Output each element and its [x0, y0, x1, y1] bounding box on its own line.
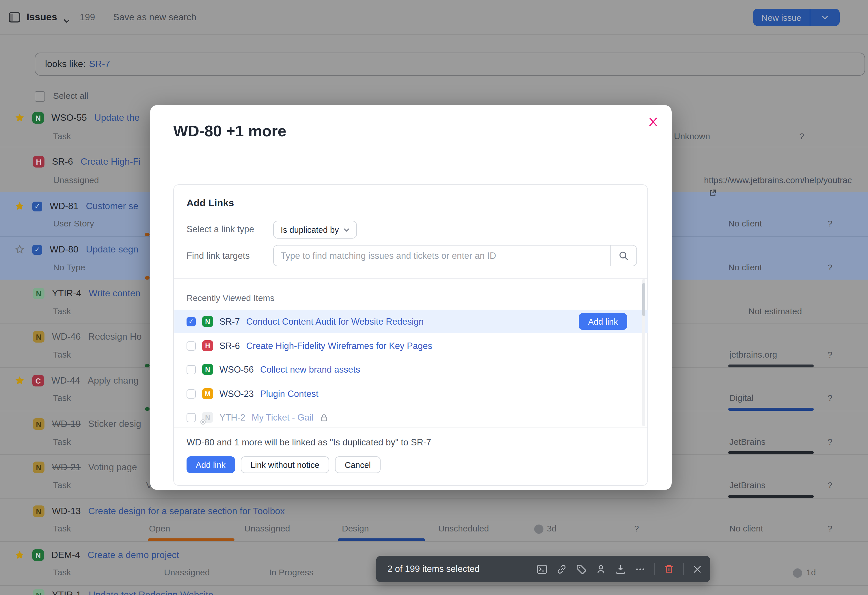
issue-row-selected[interactable]: ✓ WD-80 Update segn	[0, 243, 151, 257]
issue-id[interactable]: WD-46	[52, 332, 81, 342]
issue-row[interactable]: N WD-13 Create design for a separate sec…	[0, 504, 285, 518]
issue-row[interactable]: C WD-44 Apply chang	[0, 374, 151, 388]
sidebar-toggle-icon[interactable]	[9, 12, 20, 25]
issue-id[interactable]: YTIR-4	[52, 288, 81, 299]
link-target-row[interactable]: H SR-6 Create High-Fidelity Wireframes f…	[174, 334, 648, 357]
issue-title-link[interactable]: Create a demo project	[88, 550, 179, 560]
issue-title-link[interactable]: Create High-Fi	[81, 157, 141, 167]
issue-id[interactable]: WSO-55	[52, 113, 87, 123]
issue-row[interactable]: N WD-46 Redesign Ho	[0, 330, 151, 344]
issue-id[interactable]: WD-80	[50, 244, 78, 255]
star-icon[interactable]	[15, 550, 25, 560]
row-checkbox-checked[interactable]: ✓	[186, 317, 196, 326]
search-button[interactable]	[610, 245, 636, 266]
issue-row-selected[interactable]: ✓ WD-81 Customer se	[0, 199, 151, 213]
priority-badge: N	[33, 462, 44, 473]
link-icon[interactable]	[556, 564, 567, 574]
close-icon[interactable]	[647, 115, 661, 129]
issue-row[interactable]: N YTIR-4 Write conten	[0, 286, 151, 300]
issue-title-link[interactable]: Create design for a separate section for…	[89, 506, 285, 517]
link-target-row[interactable]: M WSO-23 Plugin Contest	[174, 382, 648, 406]
issue-schedule: Unscheduled	[438, 523, 489, 533]
issue-title-link[interactable]: Update segn	[86, 244, 138, 255]
issue-id[interactable]: WD-21	[52, 462, 81, 472]
link-target-row[interactable]: N YTH-2 My Ticket - Gail	[174, 406, 648, 429]
star-outline-icon[interactable]	[15, 244, 25, 255]
row-checkbox-checked[interactable]: ✓	[32, 201, 42, 211]
star-icon[interactable]	[15, 113, 25, 123]
issue-title-link[interactable]: My Ticket - Gail	[252, 412, 314, 422]
issue-id[interactable]: WD-19	[52, 419, 81, 429]
issue-title-link[interactable]: Plugin Contest	[260, 388, 319, 399]
issue-row[interactable]: N WD-19 Sticker desig	[0, 417, 151, 431]
issue-row[interactable]: N WSO-55 Update the	[0, 111, 151, 125]
issue-title-link[interactable]: Write conten	[89, 288, 140, 299]
row-checkbox-checked[interactable]: ✓	[32, 245, 42, 254]
row-divider	[0, 541, 868, 542]
link-target-row[interactable]: ✓ N SR-7 Conduct Content Audit for Websi…	[174, 310, 648, 333]
issue-title-link[interactable]: Create High-Fidelity Wireframes for Key …	[246, 341, 432, 351]
cancel-button[interactable]: Cancel	[335, 456, 381, 473]
issue-row[interactable]: N YTIR-1 Update text Redesign Website	[0, 588, 520, 595]
row-checkbox[interactable]	[186, 365, 196, 374]
add-link-button[interactable]: Add link	[186, 456, 235, 473]
issue-client: JetBrains	[729, 437, 766, 447]
find-link-targets-field	[273, 245, 637, 266]
link-type-dropdown[interactable]: Is duplicated by	[273, 221, 357, 239]
issue-row[interactable]: H SR-6 Create High-Fi	[0, 155, 151, 169]
download-icon[interactable]	[615, 564, 626, 574]
issue-row[interactable]: N DEM-4 Create a demo project	[0, 548, 179, 562]
issue-id[interactable]: SR-7	[220, 316, 240, 327]
page-title[interactable]: Issues	[27, 12, 57, 23]
issue-title-link[interactable]: Conduct Content Audit for Website Redesi…	[246, 316, 424, 327]
issue-title-link[interactable]: Apply chang	[88, 375, 139, 386]
scrollbar-thumb[interactable]	[642, 283, 645, 316]
row-checkbox[interactable]	[186, 413, 196, 422]
issue-title-link[interactable]: Update the	[94, 113, 140, 123]
search-input[interactable]: looks like: SR-7	[35, 53, 865, 76]
find-link-targets-input[interactable]	[274, 250, 610, 261]
row-checkbox[interactable]	[186, 341, 196, 350]
issue-title-link[interactable]: Redesign Ho	[89, 332, 142, 342]
issue-type: Task	[53, 567, 71, 577]
row-checkbox[interactable]	[186, 389, 196, 398]
command-window-icon[interactable]	[536, 564, 548, 574]
assignee-icon[interactable]	[595, 564, 607, 574]
tag-icon[interactable]	[576, 564, 587, 574]
selection-toolbar: 2 of 199 items selected	[376, 556, 710, 582]
issue-id[interactable]: DEM-4	[52, 550, 80, 560]
delete-icon[interactable]	[664, 564, 675, 574]
new-issue-button[interactable]: New issue	[753, 9, 810, 26]
chevron-down-icon[interactable]	[63, 15, 70, 25]
issue-id[interactable]: WSO-56	[220, 364, 254, 375]
issue-id[interactable]: WD-44	[52, 375, 80, 386]
issue-url[interactable]: https://www.jetbrains.com/help/youtrac	[704, 175, 868, 185]
issue-title-link[interactable]: Collect new brand assets	[260, 364, 360, 375]
add-link-row-button[interactable]: Add link	[579, 313, 627, 330]
link-target-row[interactable]: N WSO-56 Collect new brand assets	[174, 357, 648, 381]
issue-title-link[interactable]: Voting page	[89, 462, 137, 472]
select-all-checkbox[interactable]	[35, 91, 45, 102]
save-as-new-search-link[interactable]: Save as new search	[113, 12, 196, 22]
issue-id[interactable]: WD-81	[50, 201, 78, 211]
priority-badge: N	[32, 549, 44, 561]
external-link-icon[interactable]	[709, 188, 716, 199]
issue-id[interactable]: SR-6	[220, 341, 240, 351]
new-issue-dropdown-button[interactable]	[810, 9, 840, 26]
issue-id[interactable]: SR-6	[52, 157, 73, 167]
issue-id[interactable]: YTH-2	[220, 412, 245, 422]
more-options-icon[interactable]	[635, 564, 646, 574]
state-bar-fragment	[145, 364, 149, 368]
issue-title-link[interactable]: Customer se	[86, 201, 138, 211]
link-without-notice-button[interactable]: Link without notice	[241, 456, 329, 473]
issue-title-link[interactable]: Sticker desig	[89, 419, 141, 429]
issue-title-link[interactable]: Update text Redesign Website	[89, 590, 213, 595]
star-icon[interactable]	[15, 375, 25, 386]
issue-id[interactable]: WSO-23	[220, 388, 254, 399]
star-icon[interactable]	[15, 201, 25, 211]
issue-row[interactable]: N WD-21 Voting page	[0, 461, 151, 474]
issue-id[interactable]: WD-13	[52, 506, 81, 517]
chevron-down-icon	[344, 228, 349, 231]
close-selection-icon[interactable]	[692, 564, 702, 574]
issue-id[interactable]: YTIR-1	[52, 590, 81, 595]
